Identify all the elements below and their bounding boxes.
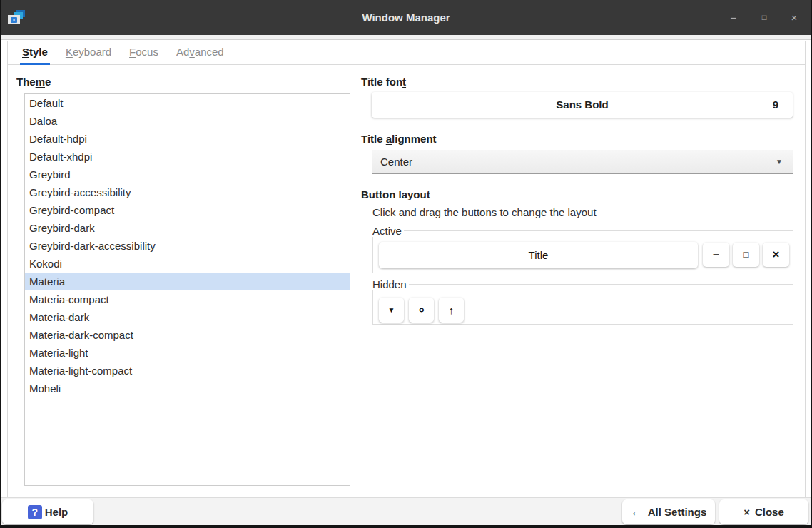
shade-button[interactable]: ▼ xyxy=(379,298,404,323)
back-arrow-icon: ← xyxy=(631,505,643,519)
alignment-value: Center xyxy=(380,150,412,173)
button-layout-label: Button layout xyxy=(361,188,430,200)
tab-keyboard[interactable]: Keyboard xyxy=(64,41,113,65)
font-size: 9 xyxy=(773,92,778,118)
list-item[interactable]: Materia-dark-compact xyxy=(25,326,350,344)
hidden-legend: Hidden xyxy=(372,278,409,290)
close-layout-button[interactable]: × xyxy=(763,243,789,267)
button-layout-hint: Click and drag the buttons to change the… xyxy=(372,206,597,218)
list-item[interactable]: Default-xhdpi xyxy=(25,148,350,166)
tab-bar: Style Keyboard Focus Advanced xyxy=(8,41,805,65)
list-item[interactable]: Materia-dark xyxy=(25,308,350,326)
active-legend: Active xyxy=(372,225,404,237)
title-drag-button[interactable]: Title xyxy=(379,242,698,268)
alignment-dropdown[interactable]: Center ▼ xyxy=(372,150,793,174)
list-item[interactable]: Daloa xyxy=(25,112,350,130)
list-item[interactable]: Greybird-accessibility xyxy=(25,183,350,201)
theme-list[interactable]: DefaultDaloaDefault-hdpiDefault-xhdpiGre… xyxy=(24,93,350,486)
list-item[interactable]: Greybird-compact xyxy=(25,201,350,219)
sticky-button[interactable]: ○ xyxy=(409,298,434,323)
list-item[interactable]: Kokodi xyxy=(25,255,350,273)
window-title: Window Manager xyxy=(1,0,811,35)
close-footer-button[interactable]: × Close xyxy=(719,499,808,524)
list-item[interactable]: Materia-compact xyxy=(25,290,350,308)
stick-button[interactable]: ↑ xyxy=(439,298,464,323)
list-item[interactable]: Default xyxy=(25,94,350,112)
window: x Window Manager – □ × Style Keyboard Fo… xyxy=(1,0,811,525)
list-item[interactable]: Greybird xyxy=(25,166,350,183)
hidden-frame: Hidden xyxy=(372,278,793,325)
minimize-layout-button[interactable]: – xyxy=(703,243,729,267)
close-icon[interactable]: × xyxy=(785,0,803,35)
title-font-label: Title font xyxy=(361,76,406,88)
theme-label: Theme xyxy=(16,76,51,88)
list-item[interactable]: Materia-light xyxy=(25,344,350,362)
list-item[interactable]: Materia xyxy=(25,273,350,290)
titlebar: x Window Manager – □ × xyxy=(1,0,811,35)
title-alignment-label: Title alignment xyxy=(361,133,437,145)
list-item[interactable]: Materia-light-compact xyxy=(25,362,350,380)
chevron-down-icon: ▼ xyxy=(776,150,783,173)
maximize-icon[interactable]: □ xyxy=(755,0,773,35)
font-button[interactable]: Sans Bold 9 xyxy=(372,92,793,118)
minimize-icon[interactable]: – xyxy=(724,0,743,35)
help-button[interactable]: ? Help xyxy=(2,499,93,524)
notebook: Style Keyboard Focus Advanced Theme Defa… xyxy=(7,41,806,497)
titlebar-strip xyxy=(1,35,811,40)
footer: ? Help ← All Settings × Close xyxy=(1,497,811,525)
close-x-icon: × xyxy=(744,506,750,518)
help-icon: ? xyxy=(28,505,42,519)
list-item[interactable]: Moheli xyxy=(25,380,350,397)
close-label: Close xyxy=(755,506,784,518)
all-settings-label: All Settings xyxy=(648,506,707,518)
tab-focus[interactable]: Focus xyxy=(127,41,161,65)
list-item[interactable]: Greybird-dark-accessibility xyxy=(25,237,350,255)
help-label: Help xyxy=(45,506,68,518)
tab-style[interactable]: Style xyxy=(20,41,50,65)
font-name: Sans Bold xyxy=(372,92,793,118)
all-settings-button[interactable]: ← All Settings xyxy=(622,499,715,524)
list-item[interactable]: Default-hdpi xyxy=(25,130,350,148)
maximize-layout-button[interactable]: □ xyxy=(733,243,759,267)
tab-advanced[interactable]: Advanced xyxy=(174,41,226,65)
list-item[interactable]: Greybird-dark xyxy=(25,219,350,237)
